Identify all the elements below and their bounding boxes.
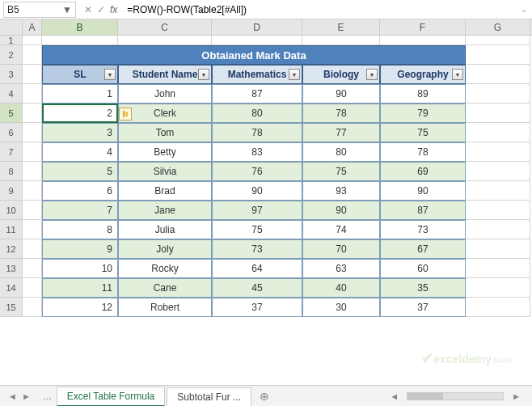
tab-nav-next-icon[interactable]: ► <box>20 390 32 403</box>
cell[interactable] <box>466 220 530 239</box>
cell-name[interactable]: Robert <box>118 298 212 317</box>
col-header-e[interactable]: E <box>302 19 380 35</box>
cell[interactable] <box>23 45 42 65</box>
cell-math[interactable]: 87 <box>212 84 302 104</box>
cell[interactable] <box>23 142 42 162</box>
cell-math[interactable]: 78 <box>212 123 302 142</box>
cell[interactable] <box>466 45 530 65</box>
cell[interactable] <box>42 36 118 45</box>
cell[interactable] <box>466 162 530 181</box>
row-header[interactable]: 12 <box>0 239 23 259</box>
name-box[interactable]: B5 ▼ <box>3 2 76 18</box>
cell[interactable] <box>118 36 212 45</box>
cell-math[interactable]: 90 <box>212 181 302 201</box>
cell[interactable] <box>466 123 530 142</box>
cell[interactable] <box>466 65 530 84</box>
row-header[interactable]: 7 <box>0 142 23 162</box>
table-header-cell[interactable]: Mathematics▼ <box>212 65 302 84</box>
cell-math[interactable]: 73 <box>212 239 302 259</box>
row-header[interactable]: 9 <box>0 181 23 201</box>
cell[interactable] <box>23 278 42 298</box>
col-header-f[interactable]: F <box>380 19 466 35</box>
cell-geo[interactable]: 75 <box>380 123 466 142</box>
cell-math[interactable]: 37 <box>212 298 302 317</box>
cell-bio[interactable]: 78 <box>302 104 380 123</box>
table-header-cell[interactable]: Student Name▼ <box>118 65 212 84</box>
cell[interactable] <box>212 36 302 45</box>
filter-dropdown-icon[interactable]: ▼ <box>104 69 116 80</box>
row-header[interactable]: 6 <box>0 123 23 142</box>
cell-name[interactable]: Silvia <box>118 162 212 181</box>
formula-input[interactable] <box>122 2 516 17</box>
cell[interactable] <box>466 142 530 162</box>
table-header-cell[interactable]: Geography▼ <box>380 65 466 84</box>
enter-icon[interactable]: ✓ <box>97 4 105 15</box>
cell[interactable] <box>23 220 42 239</box>
cell-name[interactable]: Jane <box>118 201 212 220</box>
tab-overflow-left[interactable]: ... <box>39 391 57 402</box>
cell-bio[interactable]: 70 <box>302 239 380 259</box>
cell-sl[interactable]: 11 <box>42 278 118 298</box>
cell-bio[interactable]: 63 <box>302 259 380 278</box>
cell[interactable] <box>23 298 42 317</box>
cell-math[interactable]: 83 <box>212 142 302 162</box>
cell-math[interactable]: 45 <box>212 278 302 298</box>
table-title[interactable]: Obtaianed Mark Data <box>42 45 466 65</box>
cell-geo[interactable]: 60 <box>380 259 466 278</box>
cell-geo[interactable]: 78 <box>380 142 466 162</box>
cell[interactable] <box>466 259 530 278</box>
cell-geo[interactable]: 79 <box>380 104 466 123</box>
cell-name[interactable]: Betty <box>118 142 212 162</box>
scroll-left-icon[interactable]: ◄ <box>390 391 399 401</box>
cell[interactable] <box>23 65 42 84</box>
cell-geo[interactable]: 37 <box>380 298 466 317</box>
formula-expand-icon[interactable]: ⌄ <box>516 5 532 14</box>
col-header-a[interactable]: A <box>23 19 42 35</box>
fx-icon[interactable]: fx <box>110 4 117 15</box>
cell-sl[interactable]: 9 <box>42 239 118 259</box>
row-header[interactable]: 15 <box>0 298 23 317</box>
cell-bio[interactable]: 30 <box>302 298 380 317</box>
row-header[interactable]: 14 <box>0 278 23 298</box>
cell-math[interactable]: 97 <box>212 201 302 220</box>
cell-sl[interactable]: 5 <box>42 162 118 181</box>
cell[interactable] <box>23 201 42 220</box>
cell-sl[interactable]: 8 <box>42 220 118 239</box>
cell-bio[interactable]: 40 <box>302 278 380 298</box>
cell-name[interactable]: Joly <box>118 239 212 259</box>
cell[interactable] <box>466 278 530 298</box>
cell-name[interactable]: Cane <box>118 278 212 298</box>
tab-add-icon[interactable]: ⊕ <box>253 390 276 403</box>
filter-dropdown-icon[interactable]: ▼ <box>289 69 300 80</box>
cell[interactable] <box>466 239 530 259</box>
name-box-dropdown-icon[interactable]: ▼ <box>62 4 72 15</box>
row-header[interactable]: 13 <box>0 259 23 278</box>
cell-bio[interactable]: 90 <box>302 84 380 104</box>
tab-other[interactable]: Subtotal Fur ... <box>167 387 251 406</box>
select-all-corner[interactable] <box>0 19 23 35</box>
cell-sl[interactable]: 3 <box>42 123 118 142</box>
cell-name[interactable]: John <box>118 84 212 104</box>
cell[interactable] <box>466 298 530 317</box>
scroll-right-icon[interactable]: ► <box>512 391 521 401</box>
cell-name[interactable]: Clerk <box>118 104 212 123</box>
cell[interactable] <box>23 104 42 123</box>
tab-active[interactable]: Excel Table Formula <box>57 387 166 406</box>
table-header-cell[interactable]: Biology▼ <box>302 65 380 84</box>
col-header-c[interactable]: C <box>118 19 212 35</box>
cell-geo[interactable]: 90 <box>380 181 466 201</box>
cell-name[interactable]: Brad <box>118 181 212 201</box>
tab-nav-prev-icon[interactable]: ◄ <box>6 390 19 403</box>
cell[interactable] <box>466 104 530 123</box>
table-header-cell[interactable]: SL▼ <box>42 65 118 84</box>
cell[interactable] <box>23 84 42 104</box>
row-header[interactable]: 4 <box>0 84 23 104</box>
cell[interactable] <box>380 36 466 45</box>
cell-geo[interactable]: 69 <box>380 162 466 181</box>
cell-name[interactable]: Rocky <box>118 259 212 278</box>
scroll-track[interactable] <box>407 392 504 400</box>
cell[interactable] <box>466 84 530 104</box>
cell[interactable] <box>23 162 42 181</box>
row-header[interactable]: 5 <box>0 104 23 123</box>
cell[interactable] <box>23 36 42 45</box>
